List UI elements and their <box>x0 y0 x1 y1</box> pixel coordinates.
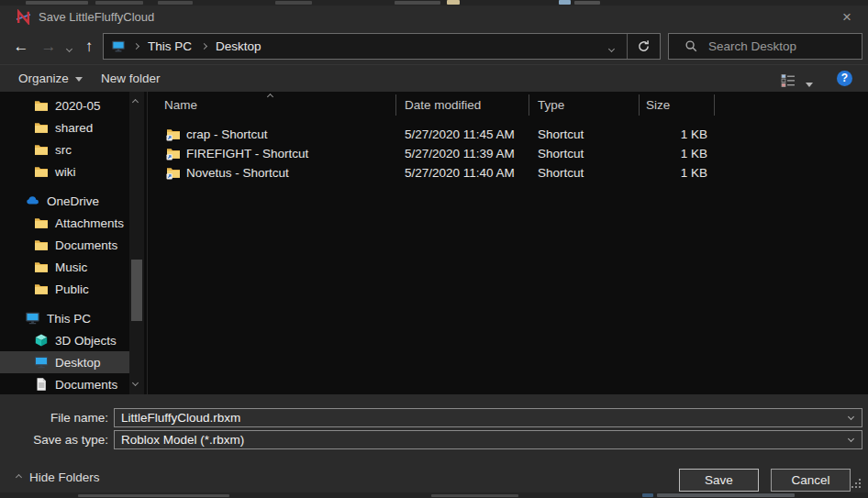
shortcut-folder-icon <box>166 146 181 160</box>
sidebar-item-attachments[interactable]: Attachments <box>0 212 129 234</box>
file-name-panel: File name: LittleFluffyCloud.rbxm Save a… <box>0 394 868 459</box>
sidebar-item-onedrive[interactable]: OneDrive <box>0 190 129 212</box>
organize-button[interactable]: Organize <box>18 65 83 93</box>
table-row[interactable]: FIREFIGHT - Shortcut 5/27/2020 11:39 AM … <box>148 144 868 163</box>
this-pc-icon <box>111 39 126 53</box>
views-icon <box>781 73 796 88</box>
file-name-input[interactable]: LittleFluffyCloud.rbxm <box>114 408 862 427</box>
chevron-down-icon[interactable] <box>848 414 854 420</box>
sidebar-item-shared[interactable]: shared <box>0 116 129 138</box>
recent-locations-button[interactable] <box>61 29 77 64</box>
address-bar[interactable]: This PC Desktop <box>103 33 661 60</box>
sidebar-item-documents[interactable]: Documents <box>0 234 129 256</box>
scrollbar-thumb[interactable] <box>131 260 142 321</box>
size-cell: 1 KB <box>646 163 707 183</box>
views-button[interactable] <box>781 71 813 87</box>
refresh-button[interactable] <box>628 39 660 53</box>
forward-button[interactable]: → <box>37 29 61 64</box>
column-divider[interactable] <box>529 94 529 116</box>
close-button[interactable]: × <box>833 6 861 29</box>
folder-icon <box>34 282 49 296</box>
column-divider[interactable] <box>714 94 715 116</box>
dialog-title: Save LittleFluffyCloud <box>39 6 154 29</box>
sidebar-item-label: This PC <box>47 312 91 326</box>
column-divider[interactable] <box>639 94 640 116</box>
refresh-icon <box>637 39 651 53</box>
background-fragment <box>447 0 460 5</box>
sidebar-item-label: Documents <box>55 378 117 392</box>
background-fragment <box>559 0 571 5</box>
sidebar-item-label: Documents <box>55 238 117 252</box>
document-icon <box>34 377 49 392</box>
navigation-pane: 2020-05 shared src wiki OneDrive Attachm… <box>0 92 147 394</box>
background-fragment <box>395 1 440 5</box>
views-dropdown-icon <box>806 83 813 87</box>
save-button[interactable]: Save <box>679 469 759 492</box>
shortcut-folder-icon <box>166 165 181 180</box>
scroll-up-icon[interactable] <box>132 99 139 105</box>
file-name-label: File name: <box>0 408 108 427</box>
hide-folders-button[interactable]: Hide Folders <box>17 468 100 486</box>
up-button[interactable]: ↑ <box>77 29 101 64</box>
chevron-down-icon[interactable] <box>848 436 854 442</box>
column-header-type[interactable]: Type <box>538 92 564 117</box>
breadcrumb-this-pc[interactable]: This PC <box>146 39 194 53</box>
table-row[interactable]: Novetus - Shortcut 5/27/2020 11:40 AM Sh… <box>148 163 868 183</box>
breadcrumb-separator-icon <box>133 43 139 50</box>
save-as-type-value: Roblox Model (*.rbxm) <box>121 433 849 447</box>
file-name-cell[interactable]: FIREFIGHT - Shortcut <box>186 144 308 163</box>
background-fragment <box>26 1 88 5</box>
onedrive-cloud-icon <box>25 194 40 208</box>
save-as-type-label: Save as type: <box>0 430 108 449</box>
background-fragment <box>657 493 795 497</box>
computer-monitor-icon <box>25 311 40 326</box>
navigation-bar: ← → ↑ This PC Desktop Se <box>0 29 868 64</box>
sidebar-item-this-pc[interactable]: This PC <box>0 307 129 329</box>
sidebar-item-src[interactable]: src <box>0 138 129 160</box>
sidebar-item-2020-05[interactable]: 2020-05 <box>0 94 129 116</box>
dropdown-arrow-icon <box>75 77 83 82</box>
chevron-down-icon <box>607 45 614 51</box>
sidebar-item-music[interactable]: Music <box>0 256 129 278</box>
background-fragment <box>275 1 312 5</box>
sidebar-item-wiki[interactable]: wiki <box>0 160 129 183</box>
date-modified-cell: 5/27/2020 11:45 AM <box>405 125 515 144</box>
cancel-button[interactable]: Cancel <box>771 469 851 492</box>
sidebar-item-label: 3D Objects <box>55 334 117 348</box>
folder-icon <box>34 98 49 113</box>
date-modified-cell: 5/27/2020 11:40 AM <box>405 163 515 183</box>
chevron-up-icon <box>16 473 22 480</box>
back-button[interactable]: ← <box>9 29 33 64</box>
novetus-app-icon <box>16 9 31 25</box>
sidebar-item-label: wiki <box>55 165 76 179</box>
save-as-type-select[interactable]: Roblox Model (*.rbxm) <box>114 430 862 449</box>
file-name-cell[interactable]: Novetus - Shortcut <box>186 163 289 183</box>
column-header-name[interactable]: Name <box>164 92 197 117</box>
3d-cube-icon <box>34 333 49 348</box>
organize-label: Organize <box>18 72 69 85</box>
sidebar-item-public[interactable]: Public <box>0 278 129 300</box>
search-box[interactable]: Search Desktop <box>668 33 862 60</box>
new-folder-button[interactable]: New folder <box>101 65 161 93</box>
content-area: 2020-05 shared src wiki OneDrive Attachm… <box>0 92 868 394</box>
size-cell: 1 KB <box>646 125 707 144</box>
sidebar-item-label: 2020-05 <box>55 99 101 113</box>
sidebar-item-desktop[interactable]: Desktop <box>0 351 129 373</box>
sidebar-item-label: OneDrive <box>47 194 99 208</box>
file-name-cell[interactable]: crap - Shortcut <box>186 125 268 144</box>
address-dropdown-button[interactable] <box>595 39 627 55</box>
file-name-value: LittleFluffyCloud.rbxm <box>121 411 849 425</box>
table-row[interactable]: crap - Shortcut 5/27/2020 11:45 AM Short… <box>148 125 868 144</box>
background-fragment <box>95 1 143 5</box>
help-button[interactable]: ? <box>837 71 852 86</box>
sidebar-item-documents-this-pc[interactable]: Documents <box>0 373 129 394</box>
column-divider[interactable] <box>395 94 396 116</box>
sidebar-item-3d-objects[interactable]: 3D Objects <box>0 329 129 351</box>
resize-grip[interactable] <box>859 479 861 481</box>
column-header-size[interactable]: Size <box>646 92 670 117</box>
scroll-down-icon[interactable] <box>132 380 139 386</box>
sidebar-scrollbar[interactable] <box>129 92 144 394</box>
breadcrumb-desktop[interactable]: Desktop <box>214 39 263 53</box>
column-header-date-modified[interactable]: Date modified <box>405 92 481 117</box>
folder-icon <box>34 216 49 230</box>
